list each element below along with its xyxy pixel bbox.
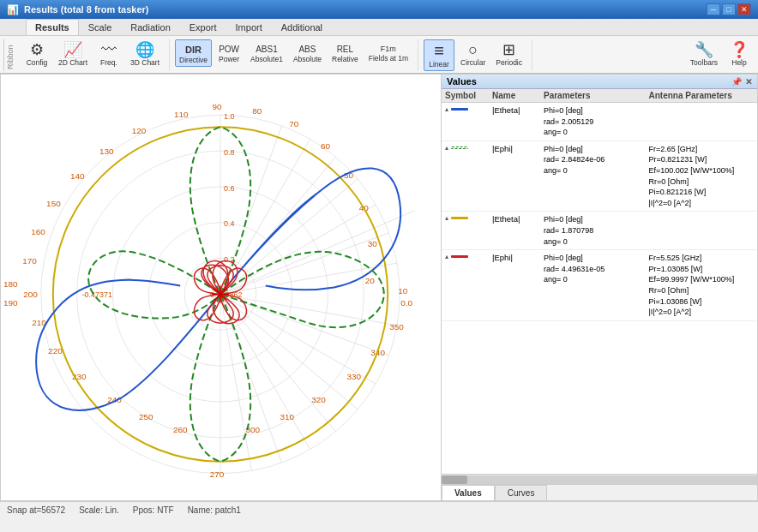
tab-radiation[interactable]: Radiation: [121, 19, 179, 35]
relative-label: Relative: [332, 55, 358, 63]
svg-text:180: 180: [3, 280, 18, 290]
values-panel: Values 📌 ✕ Symbol Name Parameters Antenn…: [442, 74, 758, 501]
3dchart-icon: 🌐: [135, 42, 154, 57]
col-antenna: Antenna Parameters: [649, 91, 755, 100]
row3-name: |Etheta|: [492, 214, 544, 224]
tab-import[interactable]: Import: [226, 19, 272, 35]
scrollbar-track[interactable]: [442, 475, 757, 484]
symbol-cell-4: ▴: [445, 253, 492, 260]
tab-scale[interactable]: Scale: [79, 19, 122, 35]
ribbon-group-charttype: DIR Directive POW Power ABS1 Absolute1 A…: [173, 39, 418, 71]
ribbon-group-items-config: ⚙ Config 📈 2D Chart 〰 Freq. 🌐 3D Chart: [21, 39, 164, 69]
values-close-button[interactable]: ✕: [745, 77, 752, 87]
row2-antenna: Fr=2.65 [GHz] Pr=0.821231 [W] Ef=100.002…: [649, 144, 755, 209]
svg-text:260: 260: [173, 425, 188, 434]
list-item[interactable]: ▴ |Etheta| Phi=0 [deg] rad= 2.005129 ang…: [442, 103, 757, 141]
status-ppos: Ppos: NTF: [133, 505, 174, 515]
ribbon-group-items-scale: ≡ Linear ○ Circular ⊞ Periodic: [424, 39, 526, 71]
values-tabs: Values Curves: [442, 484, 757, 500]
tab-results[interactable]: Results: [26, 19, 79, 35]
power-icon: POW: [219, 45, 239, 54]
list-item[interactable]: ▴ |Ephi| Phi=0 [deg] rad= 4.49631e-05 an…: [442, 250, 757, 321]
values-scrollbar[interactable]: [442, 474, 757, 484]
window-title: Results (total 8 from tasker): [24, 4, 148, 15]
3dchart-button[interactable]: 🌐 3D Chart: [126, 39, 164, 69]
freq-button[interactable]: 〰 Freq.: [93, 39, 124, 69]
col-parameters: Parameters: [544, 91, 649, 100]
svg-text:0.4: 0.4: [224, 219, 234, 228]
tab-additional[interactable]: Additional: [272, 19, 332, 35]
values-pin-button[interactable]: 📌: [731, 77, 742, 87]
directive-button[interactable]: DIR Directive: [175, 39, 212, 67]
close-button[interactable]: ✕: [737, 3, 751, 15]
values-content[interactable]: ▴ |Etheta| Phi=0 [deg] rad= 2.005129 ang…: [442, 103, 757, 474]
row4-params: Phi=0 [deg] rad= 4.49631e-05 ang= 0: [544, 253, 649, 285]
2dchart-button[interactable]: 📈 2D Chart: [54, 39, 92, 69]
periodic-icon: ⊞: [502, 42, 515, 57]
chart-area[interactable]: 90 80 70 60 50 40 30 20 10 0.0 350 340 3…: [0, 74, 442, 501]
abs1-button[interactable]: ABS1 Absolute1: [246, 39, 287, 66]
toolbars-button[interactable]: 🔧 Toolbars: [686, 39, 722, 69]
2dchart-icon: 📈: [63, 42, 82, 57]
legend-line-green: [451, 146, 468, 149]
toolbars-label: Toolbars: [690, 58, 718, 67]
fields-button[interactable]: F1m Fields at 1m: [364, 39, 412, 65]
row1-params: Phi=0 [deg] rad= 2.005129 ang= 0: [544, 105, 649, 138]
linear-label: Linear: [429, 60, 449, 69]
absolute-button[interactable]: ABS Absolute: [289, 39, 326, 66]
tab-values[interactable]: Values: [442, 485, 495, 500]
legend-line-blue: [451, 108, 468, 111]
relative-button[interactable]: REL Relative: [328, 39, 363, 66]
svg-text:30: 30: [368, 239, 378, 248]
scrollbar-thumb[interactable]: [442, 475, 467, 484]
help-button[interactable]: ❓ Help: [724, 39, 755, 69]
svg-text:0.6: 0.6: [224, 184, 234, 193]
toolbars-icon: 🔧: [695, 42, 713, 57]
config-button[interactable]: ⚙ Config: [21, 39, 52, 69]
periodic-button[interactable]: ⊞ Periodic: [491, 39, 526, 69]
absolute-label: Absolute: [293, 55, 322, 63]
svg-text:220: 220: [48, 346, 63, 356]
svg-text:150: 150: [46, 199, 61, 208]
status-snap: Snap at=56572: [7, 505, 65, 515]
svg-text:0.0: 0.0: [400, 298, 412, 308]
circular-button[interactable]: ○ Circular: [456, 39, 490, 69]
maximize-button[interactable]: □: [722, 3, 736, 15]
fields-label: Fields at 1m: [369, 54, 408, 63]
list-item[interactable]: ▴ |Ephi| Phi=0 [deg] rad= 2.84824e-06 an…: [442, 141, 757, 212]
freq-label: Freq.: [100, 58, 117, 67]
ribbon-group-config: ⚙ Config 📈 2D Chart 〰 Freq. 🌐 3D Chart: [20, 39, 170, 71]
ribbon-group-scale: ≡ Linear ○ Circular ⊞ Periodic: [422, 39, 532, 71]
row1-name: |Etheta|: [492, 105, 544, 115]
status-name: Name: patch1: [188, 505, 241, 515]
app-icon: 📊: [7, 4, 19, 15]
status-bar: Snap at=56572 Scale: Lin. Ppos: NTF Name…: [0, 501, 758, 518]
config-label: Config: [27, 58, 48, 67]
row4-collapse[interactable]: ▴: [445, 253, 448, 260]
svg-text:190: 190: [3, 298, 18, 308]
minimize-button[interactable]: ─: [707, 3, 720, 15]
legend-line-red: [451, 255, 468, 258]
row2-collapse[interactable]: ▴: [445, 144, 448, 152]
config-icon: ⚙: [30, 42, 44, 57]
row2-params: Phi=0 [deg] rad= 2.84824e-06 ang= 0: [544, 144, 649, 176]
power-button[interactable]: POW Power: [214, 39, 244, 66]
absolute-icon: ABS: [298, 45, 316, 54]
row3-params: Phi=0 [deg] rad= 1.870798 ang= 0: [544, 214, 649, 247]
circular-icon: ○: [468, 42, 478, 57]
tab-curves[interactable]: Curves: [495, 485, 548, 500]
row4-name: |Ephi|: [492, 253, 544, 262]
svg-text:10: 10: [398, 286, 408, 296]
svg-text:160: 160: [31, 227, 45, 236]
relative-icon: REL: [337, 45, 353, 54]
title-bar-content: 📊 Results (total 8 from tasker): [7, 4, 148, 15]
list-item[interactable]: ▴ |Etheta| Phi=0 [deg] rad= 1.870798 ang…: [442, 212, 757, 250]
values-header: Values 📌 ✕: [442, 75, 757, 89]
svg-text:90: 90: [212, 102, 222, 111]
linear-button[interactable]: ≡ Linear: [424, 39, 454, 71]
row3-collapse[interactable]: ▴: [445, 214, 448, 222]
polar-chart[interactable]: 90 80 70 60 50 40 30 20 10 0.0 350 340 3…: [1, 75, 441, 500]
svg-text:330: 330: [346, 372, 361, 381]
row1-collapse[interactable]: ▴: [445, 105, 448, 113]
tab-export[interactable]: Export: [180, 19, 226, 35]
